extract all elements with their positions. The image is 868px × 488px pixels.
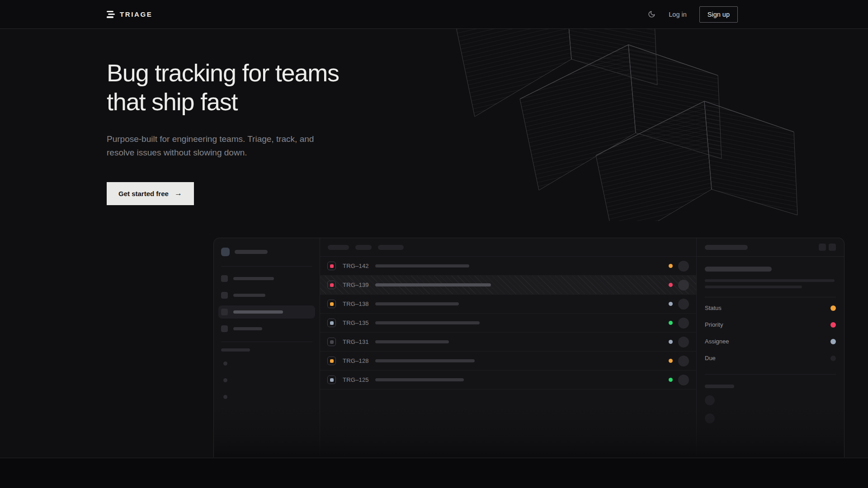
mock-issue-row: TRG–139 (320, 276, 696, 295)
heading-line-2: that ship fast (107, 88, 237, 115)
nav-right: Log in Sign up (647, 6, 738, 23)
issue-id: TRG–138 (343, 300, 369, 307)
issue-status-dot (669, 321, 673, 325)
get-started-button[interactable]: Get started free → (107, 182, 194, 205)
issue-type-dot (330, 359, 334, 363)
issue-status-dot (669, 302, 673, 306)
mock-issue-row: TRG–131 (320, 333, 696, 352)
mock-nav-icon (221, 275, 228, 282)
detail-field-label: Priority (705, 321, 723, 328)
issue-assignee-avatar (678, 356, 689, 366)
mock-action-button (819, 244, 826, 251)
mock-detail-header (697, 238, 844, 257)
detail-field-dot (830, 305, 836, 311)
issue-status-dot (669, 264, 673, 268)
hero-section: Bug tracking for teams that ship fast Pu… (0, 29, 868, 458)
issue-assignee-avatar (678, 261, 689, 272)
issue-id: TRG–139 (343, 282, 369, 288)
issue-type-dot (330, 302, 334, 306)
mock-detail-fields: StatusPriorityAssigneeDue (705, 300, 836, 366)
issue-type-dot (330, 283, 334, 287)
mock-issue-title-skeleton (705, 267, 772, 272)
mock-detail-title-skeleton (705, 245, 748, 250)
issue-type-icon (327, 357, 336, 365)
mock-sidebar-nav (221, 272, 312, 335)
mock-issue-row: TRG–125 (320, 371, 696, 389)
issue-type-icon (327, 281, 336, 289)
issue-title-skeleton (375, 378, 464, 381)
mock-app-panel: TRG–142TRG–139TRG–138TRG–135TRG–131TRG–1… (213, 238, 844, 457)
heading-line-1: Bug tracking for teams (107, 59, 339, 86)
issue-assignee-avatar (678, 337, 689, 347)
mock-description-skeleton (705, 279, 835, 282)
nav-inner: TRIAGE Log in Sign up (0, 6, 868, 23)
detail-field-row: Status (705, 300, 836, 316)
issue-type-dot (330, 264, 334, 268)
mock-tab-skeleton (355, 245, 372, 250)
issue-type-icon (327, 375, 336, 384)
mock-issue-row: TRG–135 (320, 314, 696, 333)
issue-type-dot (330, 321, 334, 325)
footer-band (0, 458, 868, 488)
mock-nav-label-skeleton (233, 310, 283, 314)
issue-status-dot (669, 378, 673, 382)
mock-detail-divider (705, 374, 836, 375)
mock-workspace-avatar (221, 248, 230, 256)
issue-type-icon (327, 300, 336, 308)
detail-field-row: Assignee (705, 333, 836, 350)
mock-section-title-skeleton (221, 348, 250, 352)
mock-issue-rows: TRG–142TRG–139TRG–138TRG–135TRG–131TRG–1… (320, 257, 696, 389)
mock-detail-panel: StatusPriorityAssigneeDue (697, 238, 844, 457)
mock-issue-row: TRG–128 (320, 352, 696, 371)
signup-button[interactable]: Sign up (699, 6, 738, 23)
issue-title-skeleton (375, 264, 469, 267)
mock-dot (223, 395, 227, 399)
issue-id: TRG–135 (343, 319, 369, 326)
hero-subtext: Purpose-built for engineering teams. Tri… (107, 132, 328, 160)
mock-nav-label-skeleton (233, 294, 265, 297)
detail-field-row: Due (705, 350, 836, 366)
detail-field-row: Priority (705, 316, 836, 333)
mock-nav-icon (221, 325, 228, 332)
detail-field-dot (830, 322, 836, 328)
mock-issue-row: TRG–142 (320, 257, 696, 276)
mock-nav-item (218, 322, 315, 335)
issue-title-skeleton (375, 283, 491, 286)
detail-field-label: Status (705, 305, 722, 311)
issue-assignee-avatar (678, 318, 689, 328)
mock-workspace-row (221, 247, 312, 256)
mock-nav-icon (221, 292, 228, 299)
mock-sidebar (214, 238, 320, 457)
issue-type-dot (330, 378, 334, 382)
mock-sidebar-divider (221, 342, 312, 342)
issue-type-icon (327, 319, 336, 327)
issue-id: TRG–128 (343, 357, 369, 364)
mock-issue-list: TRG–142TRG–139TRG–138TRG–135TRG–131TRG–1… (320, 238, 697, 457)
brand[interactable]: TRIAGE (107, 10, 152, 18)
mock-activity-avatar (705, 413, 715, 423)
mock-action-button (829, 244, 836, 251)
mock-nav-label-skeleton (233, 277, 274, 280)
issue-assignee-avatar (678, 299, 689, 310)
mock-activity-avatar (705, 395, 715, 405)
login-link[interactable]: Log in (669, 11, 687, 18)
issue-status-dot (669, 359, 673, 363)
mock-dot (223, 361, 227, 366)
issue-assignee-avatar (678, 280, 689, 291)
mock-nav-label-skeleton (233, 327, 262, 330)
top-nav: TRIAGE Log in Sign up (0, 0, 868, 29)
mock-nav-item-active (218, 305, 315, 319)
mock-sidebar-dots (221, 361, 312, 399)
issue-title-skeleton (375, 302, 459, 305)
mock-nav-item (218, 289, 315, 302)
mock-detail-divider (705, 297, 836, 297)
theme-toggle-button[interactable] (647, 10, 656, 19)
mock-activity-title-skeleton (705, 385, 734, 388)
hero-content: Bug tracking for teams that ship fast Pu… (0, 29, 868, 457)
issue-title-skeleton (375, 340, 449, 343)
mock-issue-row: TRG–138 (320, 295, 696, 314)
detail-field-dot (830, 356, 836, 361)
detail-field-dot (830, 339, 836, 344)
mock-tab-skeleton (328, 245, 349, 250)
page-title: Bug tracking for teams that ship fast (107, 59, 868, 116)
